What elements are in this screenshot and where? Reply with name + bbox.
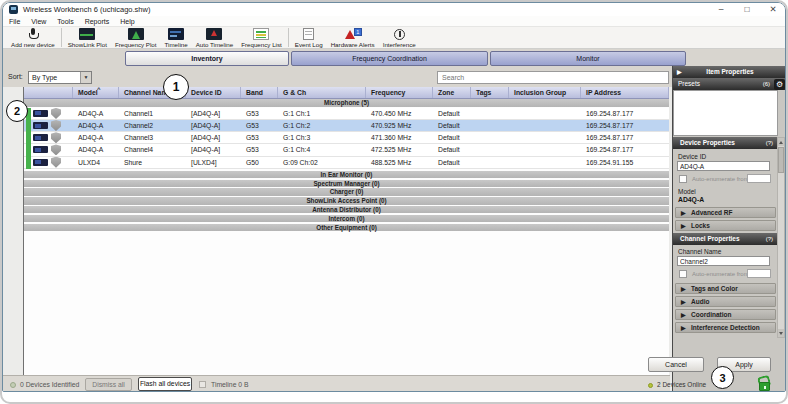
tab-inventory[interactable]: Inventory (125, 51, 289, 66)
device-properties-header[interactable]: Device Properties (?) (673, 137, 778, 149)
lock-open-icon[interactable] (758, 376, 771, 391)
flash-all-devices-button[interactable]: Flash all devices (138, 377, 192, 391)
col-frequency[interactable]: Frequency (366, 87, 433, 98)
chevron-down-icon: ▼ (80, 72, 91, 83)
panel-scrollbar[interactable] (777, 137, 785, 338)
close-button[interactable]: ✕ (767, 3, 779, 16)
col-g-ch[interactable]: G & Ch (278, 87, 366, 98)
search-input[interactable] (437, 71, 669, 84)
frequency-list-icon (253, 28, 269, 40)
menu-bar: File View Tools Reports Help (3, 16, 785, 27)
gear-icon[interactable]: ⚙ (774, 79, 785, 90)
showlink-plot-button[interactable]: ShowLink Plot (64, 28, 111, 48)
group-row-showlink-access-point[interactable]: ShowLink Access Point (0) (24, 197, 669, 205)
auto-enumerate-input[interactable] (747, 174, 771, 183)
sort-dropdown[interactable]: By Type ▼ (28, 71, 92, 84)
device-id-input[interactable] (677, 161, 770, 171)
table-row[interactable]: AD4Q-AChannel3[AD4Q-A]G53G:1 Ch:3471.360… (24, 132, 669, 144)
filter-row: Sort: By Type ▼ (3, 67, 672, 87)
auto-enumerate-checkbox[interactable] (679, 175, 687, 183)
col-tags[interactable]: Tags (471, 87, 509, 98)
event-log-icon (303, 28, 314, 40)
receiver-icon (33, 159, 48, 166)
timeline-checkbox[interactable] (199, 381, 206, 388)
frequency-list-button[interactable]: Frequency List (237, 28, 286, 48)
window-title: Wireless Workbench 6 (uchicago.shw) (23, 5, 150, 14)
menu-tools[interactable]: Tools (57, 18, 73, 25)
section-tags-and-color[interactable]: ▶ Tags and Color (675, 283, 776, 294)
help-icon[interactable]: (?) (766, 137, 773, 149)
presets-list[interactable] (673, 90, 778, 136)
menu-reports[interactable]: Reports (85, 18, 110, 25)
model-label: Model (678, 188, 696, 195)
frequency-plot-button[interactable]: Frequency Plot (111, 28, 161, 48)
channel-name-label: Channel Name (678, 248, 721, 255)
interference-icon (393, 28, 405, 40)
group-row-other-equipment[interactable]: Other Equipment (0) (24, 224, 669, 232)
table-row[interactable]: AD4Q-AChannel1[AD4Q-A]G53G:1 Ch:1470.450… (24, 108, 669, 120)
event-log-button[interactable]: Event Log (291, 28, 327, 48)
item-properties-header[interactable]: ▶ Item Properties (673, 66, 786, 78)
table-row[interactable]: ULXD4Shure[ULXD4]G50G:09 Ch:02488.525 MH… (24, 157, 669, 169)
toolbar-separator (288, 28, 289, 47)
showlink-plot-icon (79, 28, 95, 40)
section-coordination[interactable]: ▶ Coordination (675, 309, 776, 320)
section-locks[interactable]: ▶ Locks (675, 220, 776, 231)
auto-enumerate-input[interactable] (747, 269, 771, 278)
maximize-button[interactable]: □ (741, 3, 753, 16)
section-advanced-rf[interactable]: ▶ Advanced RF (675, 207, 776, 218)
shield-icon (51, 120, 61, 131)
shield-icon (51, 108, 61, 119)
interference-button[interactable]: Interference (379, 28, 420, 48)
col-ip-address[interactable]: IP Address (581, 87, 669, 98)
table-row-selected[interactable]: AD4Q-AChannel2[AD4Q-A]G53G:1 Ch:2470.925… (24, 120, 669, 132)
callout-3: 3 (711, 366, 734, 389)
col-zone[interactable]: Zone (433, 87, 471, 98)
group-row-microphone[interactable]: Microphone (5) (24, 99, 669, 107)
collapse-triangle-icon: ▶ (681, 324, 686, 333)
presets-header[interactable]: Presets (6) ⚙ (673, 78, 786, 90)
add-new-device-button[interactable]: Add new device (7, 28, 59, 48)
group-row-intercom[interactable]: Intercom (0) (24, 215, 669, 223)
scroll-up-icon[interactable] (778, 138, 784, 146)
auto-timeline-button[interactable]: Auto Timeline (192, 28, 238, 48)
help-icon[interactable]: (?) (766, 233, 773, 245)
channel-name-input[interactable] (677, 256, 770, 266)
shield-icon (51, 144, 61, 155)
menu-file[interactable]: File (9, 18, 20, 25)
dismiss-all-button[interactable]: Dismiss all (85, 378, 132, 391)
col-inclusion-group[interactable]: Inclusion Group (509, 87, 581, 98)
presets-count: (6) (763, 78, 770, 90)
auto-enumerate-label: Auto-enumerate from: (692, 271, 750, 277)
timeline-button[interactable]: Timeline (161, 28, 192, 48)
col-band[interactable]: Band (241, 87, 278, 98)
receiver-icon (33, 122, 48, 129)
scroll-down-icon[interactable] (778, 329, 784, 337)
timeline-icon (168, 28, 184, 40)
collapse-triangle-icon[interactable]: ▶ (677, 66, 682, 78)
table-row[interactable]: AD4Q-AChannel4[AD4Q-A]G53G:1 Ch:4472.525… (24, 144, 669, 156)
scroll-thumb[interactable] (778, 147, 784, 173)
menu-view[interactable]: View (31, 18, 46, 25)
devices-identified-label: 0 Devices Identified (20, 381, 79, 388)
tab-monitor[interactable]: Monitor (490, 51, 686, 66)
menu-help[interactable]: Help (120, 18, 134, 25)
sort-label: Sort: (8, 73, 23, 80)
section-interference-detection[interactable]: ▶ Interference Detection (675, 322, 776, 333)
channel-properties-header[interactable]: Channel Properties (?) (673, 233, 778, 245)
col-model[interactable]: ^Model (73, 87, 119, 98)
collapse-triangle-icon: ▶ (681, 285, 686, 294)
section-audio[interactable]: ▶ Audio (675, 296, 776, 307)
cancel-button[interactable]: Cancel (648, 357, 704, 372)
group-row-in-ear-monitor[interactable]: In Ear Monitor (0) (24, 171, 669, 179)
group-row-charger[interactable]: Charger (0) (24, 188, 669, 196)
sort-caret-icon: ^ (97, 87, 101, 95)
group-row-spectrum-manager[interactable]: Spectrum Manager (0) (24, 180, 669, 188)
minimize-button[interactable]: – (715, 3, 727, 16)
hardware-alerts-button[interactable]: 1 Hardware Alerts (327, 28, 379, 48)
item-properties-panel: ▶ Item Properties Presets (6) ⚙ Device P… (672, 66, 786, 392)
auto-enumerate-checkbox[interactable] (679, 270, 687, 278)
group-row-antenna-distributor[interactable]: Antenna Distributor (0) (24, 206, 669, 214)
tab-frequency-coordination[interactable]: Frequency Coordination (291, 51, 488, 66)
col-device-id[interactable]: Device ID (186, 87, 241, 98)
